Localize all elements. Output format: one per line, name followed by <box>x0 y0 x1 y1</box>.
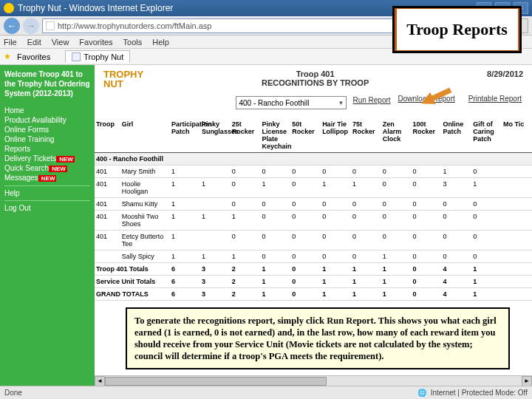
sidebar-item-home[interactable]: Home <box>4 106 90 115</box>
sidebar-help[interactable]: Help <box>4 189 90 197</box>
table-cell: 0 <box>351 231 381 250</box>
menu-view[interactable]: View <box>52 38 69 47</box>
table-cell: 0 <box>381 166 412 178</box>
table-cell: Mooshii Two Shoes <box>120 211 170 231</box>
menu-favorites[interactable]: Favorites <box>79 38 112 47</box>
table-header: 75t Rocker <box>351 118 381 153</box>
table-cell: 0 <box>471 211 502 231</box>
table-cell: 0 <box>290 166 321 178</box>
table-cell: 1 <box>170 231 200 250</box>
table-cell: 401 <box>95 211 120 231</box>
tab-icon <box>72 52 81 61</box>
table-cell: 1 <box>261 178 291 198</box>
table-cell <box>502 250 532 263</box>
table-cell: 1 <box>170 166 200 178</box>
table-cell: 0 <box>290 198 321 211</box>
troop-selector[interactable]: 400 - Rancho Foothill <box>236 96 347 109</box>
table-cell: Sally Spicy <box>120 250 170 263</box>
report-title: Troop 401RECOGNITIONS BY TROOP <box>262 69 369 87</box>
table-cell: 0 <box>412 198 442 211</box>
table-cell: 1 <box>231 250 261 263</box>
slide-title-overlay: Troop Reports <box>392 6 522 53</box>
printable-report-link[interactable]: Printable Report <box>468 95 522 103</box>
run-report-button[interactable]: Run Report <box>352 96 390 109</box>
sidebar-item-training[interactable]: Online Training <box>4 134 90 144</box>
sidebar-item-messages[interactable]: Messages <box>4 173 90 183</box>
table-header: Pinky Sunglasses <box>200 118 231 153</box>
sidebar-item-delivery[interactable]: Delivery Tickets <box>4 154 90 163</box>
table-cell: 0 <box>471 250 502 263</box>
sidebar-item-reports[interactable]: Reports <box>4 144 90 154</box>
sidebar-item-product[interactable]: Product Availability <box>4 115 90 125</box>
table-cell: 0 <box>261 211 291 231</box>
table-row: 401Shamu Kitty1000000000 <box>95 198 532 211</box>
back-button[interactable]: ← <box>4 18 20 34</box>
table-cell: 1 <box>471 178 502 198</box>
table-header: Troop <box>95 118 120 153</box>
table-row: 401Eetcy Butterto Tee1000000000 <box>95 231 532 250</box>
table-cell: 0 <box>231 178 261 198</box>
scroll-track[interactable] <box>105 376 522 386</box>
table-header: Pinky License Plate Keychain <box>261 118 291 153</box>
table-cell: 1 <box>321 178 351 198</box>
scroll-right-icon[interactable]: ► <box>522 376 532 386</box>
scroll-left-icon[interactable]: ◄ <box>95 376 105 386</box>
table-cell: 0 <box>351 198 381 211</box>
table-cell: 0 <box>231 166 261 178</box>
table-cell: 0 <box>412 231 442 250</box>
table-total-row: GRAND TOTALS63210111041 <box>95 288 532 301</box>
table-cell: 3 <box>441 178 471 198</box>
table-group-row: 400 - Rancho Foothill <box>95 153 532 166</box>
table-cell: 1 <box>200 250 231 263</box>
internet-zone-icon: 🌐 <box>417 389 426 397</box>
sidebar: Welcome Troop 401 to the Trophy Nut Orde… <box>0 65 95 398</box>
table-cell: 0 <box>381 211 412 231</box>
table-header: Girl <box>120 118 170 153</box>
table-cell: 0 <box>231 231 261 250</box>
tab-label: Trophy Nut <box>83 52 123 61</box>
table-cell: 0 <box>290 178 321 198</box>
table-cell: 1 <box>231 211 261 231</box>
table-cell: 0 <box>381 178 412 198</box>
favorites-star-icon[interactable]: ★ <box>4 52 11 61</box>
menu-tools[interactable]: Tools <box>123 38 143 47</box>
table-cell: 1 <box>170 211 200 231</box>
table-cell: 0 <box>290 211 321 231</box>
table-cell: 0 <box>441 211 471 231</box>
logo: TROPHYNUT <box>103 69 143 89</box>
table-cell: 401 <box>95 166 120 178</box>
table-cell: 1 <box>200 211 231 231</box>
slide-title-text: Troop Reports <box>397 9 518 50</box>
table-cell: 0 <box>471 166 502 178</box>
table-header: Gift of Caring Patch <box>471 118 502 153</box>
table-row: Sally Spicy11100001000 <box>95 250 532 263</box>
sidebar-item-search[interactable]: Quick Search <box>4 163 90 173</box>
table-cell: Mary Smith <box>120 166 170 178</box>
page-icon <box>46 21 55 30</box>
forward-button[interactable]: → <box>23 18 39 34</box>
horizontal-scrollbar[interactable]: ◄ ► <box>95 375 532 386</box>
table-header: 100t Rocker <box>412 118 442 153</box>
table-cell <box>200 166 231 178</box>
status-left: Done <box>4 389 22 397</box>
favorites-label[interactable]: Favorites <box>17 52 50 61</box>
table-total-row: Troop 401 Totals63210111041 <box>95 263 532 276</box>
table-header: Zen Alarm Clock <box>381 118 412 153</box>
sidebar-item-forms[interactable]: Online Forms <box>4 125 90 134</box>
sidebar-logout[interactable]: Log Out <box>4 204 90 212</box>
table-cell: 401 <box>95 198 120 211</box>
table-header: Mo Tic <box>502 118 532 153</box>
table-cell: 401 <box>95 178 120 198</box>
table-cell: 1 <box>170 178 200 198</box>
menu-help[interactable]: Help <box>152 38 169 47</box>
table-cell: 1 <box>441 166 471 178</box>
browser-tab[interactable]: Trophy Nut <box>65 50 130 63</box>
menu-file[interactable]: File <box>4 38 17 47</box>
status-bar: Done 🌐 Internet | Protected Mode: Off <box>0 386 532 399</box>
app-icon <box>4 3 14 13</box>
table-cell: 0 <box>412 166 442 178</box>
table-cell: 0 <box>321 166 351 178</box>
sidebar-menu: Home Product Availability Online Forms O… <box>4 106 90 183</box>
menu-edit[interactable]: Edit <box>27 38 41 47</box>
scroll-thumb[interactable] <box>105 377 327 386</box>
